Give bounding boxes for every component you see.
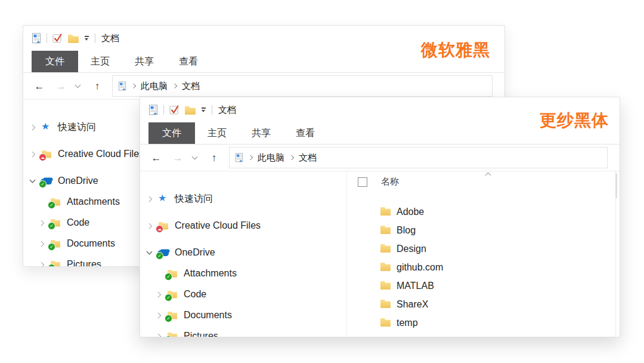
folder-icon	[380, 244, 391, 253]
folder-icon	[380, 318, 391, 327]
tab-share[interactable]: 共享	[239, 122, 283, 144]
folder-icon	[380, 281, 391, 290]
sidebar-item-icon	[49, 218, 63, 228]
sidebar-item-label: Attachments	[67, 196, 120, 207]
file-row-label: MATLAB	[397, 281, 434, 291]
file-row-Design[interactable]: Design	[347, 239, 620, 258]
sidebar-item-pictures[interactable]: Pictures	[140, 328, 346, 337]
sidebar-item-icon	[166, 331, 179, 337]
font-label-front: 更纱黑体	[540, 109, 609, 132]
explorer-app-icon[interactable]	[32, 33, 41, 44]
tab-file[interactable]: 文件	[32, 51, 78, 72]
breadcrumb-documents[interactable]: 文档	[299, 152, 317, 164]
expander-icon[interactable]	[30, 125, 41, 130]
qat-new-folder-icon[interactable]	[185, 106, 196, 115]
tab-view[interactable]: 查看	[166, 51, 210, 72]
file-list: Adobe Blog Design github.com MATLAB	[347, 202, 620, 337]
forward-button[interactable]: →	[170, 153, 185, 163]
sidebar-item-icon	[157, 221, 171, 231]
list-header: 名称	[358, 176, 399, 187]
sidebar-item-label: Creative Cloud Files	[175, 220, 261, 231]
column-header-name[interactable]: 名称	[381, 176, 399, 187]
file-row-label: temp	[397, 318, 418, 328]
breadcrumb-this-pc[interactable]: 此电脑	[258, 152, 284, 164]
folder-icon	[380, 226, 391, 234]
sidebar-item-icon	[49, 260, 63, 267]
recent-locations-dropdown-icon[interactable]	[75, 82, 81, 88]
tab-share[interactable]: 共享	[122, 51, 166, 72]
navigation-pane: 快速访问 Creative Cloud Files OneDrive Attac…	[140, 171, 346, 337]
window-title: 文档	[101, 33, 119, 44]
sidebar-item-label: Attachments	[184, 268, 237, 279]
breadcrumb-this-pc[interactable]: 此电脑	[141, 81, 168, 92]
file-pane: 名称 Adobe Blog Design github.com	[346, 171, 620, 337]
sidebar-item-label: 快速访问	[175, 193, 213, 205]
scrollbar-thumb[interactable]	[615, 173, 617, 198]
tab-view[interactable]: 查看	[283, 122, 327, 144]
sort-ascending-icon	[485, 173, 491, 179]
explorer-app-icon[interactable]	[148, 104, 158, 115]
tab-file[interactable]: 文件	[148, 122, 195, 144]
file-row-Adobe[interactable]: Adobe	[347, 202, 620, 221]
tab-home[interactable]: 主页	[195, 122, 239, 144]
sidebar-item-attachments[interactable]: Attachments	[140, 265, 346, 282]
sidebar-item-icon	[157, 248, 171, 258]
sidebar-item-icon	[41, 122, 54, 133]
sidebar-item-label: OneDrive	[175, 247, 215, 258]
window-title: 文档	[218, 104, 236, 116]
qat-properties-checkbox-icon[interactable]	[52, 33, 63, 44]
sidebar-item-label: Code	[67, 217, 89, 228]
qat-customize-dropdown-icon[interactable]	[84, 36, 89, 42]
address-bar: ← → ↑ 此电脑 文档	[23, 73, 504, 100]
sidebar-item-label: OneDrive	[58, 176, 98, 186]
sidebar-item-icon	[49, 197, 63, 207]
file-row-MATLAB[interactable]: MATLAB	[347, 276, 620, 295]
file-row[interactable]	[347, 332, 620, 337]
expander-icon[interactable]	[156, 334, 166, 337]
qat-customize-dropdown-icon[interactable]	[201, 107, 206, 114]
qat-properties-checkbox-icon[interactable]	[169, 105, 179, 115]
file-row-Blog[interactable]: Blog	[347, 221, 620, 239]
breadcrumb-chevron-icon	[248, 155, 253, 160]
up-button[interactable]: ↑	[206, 153, 222, 163]
file-row-label: Design	[397, 244, 426, 254]
file-row-ShareX[interactable]: ShareX	[347, 295, 620, 313]
up-button[interactable]: ↑	[89, 81, 105, 91]
sidebar-item-label: Creative Cloud Files	[58, 149, 144, 159]
breadcrumb[interactable]: 此电脑 文档	[229, 147, 608, 168]
titlebar-separator	[163, 105, 164, 115]
sidebar-item-icon	[41, 149, 54, 159]
qat-new-folder-icon[interactable]	[68, 35, 79, 43]
sidebar-item-code[interactable]: Code	[140, 286, 346, 303]
sidebar-item-label: 快速访问	[58, 121, 96, 134]
file-row-temp[interactable]: temp	[347, 313, 620, 332]
sidebar-item-icon	[49, 239, 63, 249]
folder-icon	[380, 207, 391, 216]
file-row-github.com[interactable]: github.com	[347, 258, 620, 276]
expander-icon[interactable]	[147, 197, 157, 201]
titlebar-separator	[95, 33, 95, 43]
file-row-label: github.com	[397, 262, 443, 273]
breadcrumb-documents[interactable]: 文档	[182, 81, 200, 92]
explorer-window-front: 更纱黑体 文档 文件 主页 共享 查看 ← → ↑	[140, 97, 620, 337]
recent-locations-dropdown-icon[interactable]	[192, 154, 198, 160]
file-row-label: Adobe	[397, 207, 424, 217]
select-all-checkbox[interactable]	[358, 177, 367, 187]
sidebar-item-creative-cloud-files[interactable]: Creative Cloud Files	[140, 217, 346, 234]
sidebar-item-label: Pictures	[67, 259, 101, 266]
folder-icon	[380, 263, 391, 271]
forward-button[interactable]: →	[53, 81, 69, 91]
sidebar-item-quick-access[interactable]: 快速访问	[140, 190, 346, 207]
sidebar-item-icon	[157, 194, 171, 204]
sidebar-item-label: Pictures	[184, 331, 218, 337]
breadcrumb-location-icon	[118, 81, 126, 91]
sidebar-item-onedrive[interactable]: OneDrive	[140, 244, 346, 261]
breadcrumb[interactable]: 此电脑 文档	[112, 75, 493, 97]
breadcrumb-chevron-icon	[289, 155, 294, 160]
font-label-back: 微软雅黑	[421, 39, 490, 61]
back-button[interactable]: ←	[148, 153, 164, 163]
sidebar-item-label: Code	[184, 289, 206, 300]
tab-home[interactable]: 主页	[78, 51, 122, 72]
sidebar-item-documents[interactable]: Documents	[140, 307, 346, 324]
back-button[interactable]: ←	[32, 81, 47, 91]
